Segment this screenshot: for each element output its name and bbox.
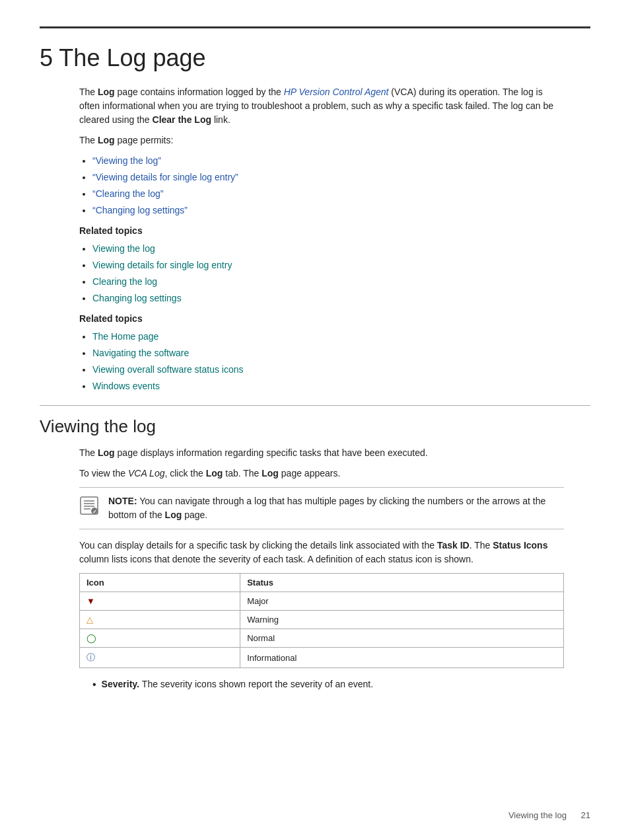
sp2-mid2: tab. The — [223, 468, 262, 478]
permits-list: “Viewing the log” “Viewing details for s… — [92, 154, 564, 217]
related-2-link-3[interactable]: Viewing overall software status icons — [92, 364, 244, 375]
related-2-item-4: Windows events — [92, 379, 564, 393]
table-row: △ Warning — [80, 611, 564, 629]
section-para1: The Log page displays information regard… — [79, 446, 564, 460]
table-row: ◯ Normal — [80, 629, 564, 648]
related-topics-2-list: The Home page Navigating the software Vi… — [92, 330, 564, 393]
intro-block: The Log page contains information logged… — [79, 85, 564, 393]
icon-cell-normal: ◯ — [80, 629, 240, 648]
dp-bold2: Status Icons — [493, 540, 547, 551]
severity-text: The severity icons shown report the seve… — [142, 679, 373, 689]
permits-bold: Log — [98, 135, 115, 145]
dp-before: You can display details for a specific t… — [79, 540, 437, 551]
intro-paragraph: The Log page contains information logged… — [79, 85, 564, 127]
related-1-item-1: Viewing the log — [92, 242, 564, 256]
details-paragraph: You can display details for a specific t… — [79, 539, 564, 566]
permits-link-3[interactable]: “Clearing the log” — [92, 188, 163, 199]
footer-left: Viewing the log 21 — [508, 810, 590, 820]
section-content: The Log page displays information regard… — [79, 446, 564, 691]
status-cell-normal: Normal — [240, 629, 564, 648]
status-table: Icon Status ▼ Major △ Warning — [79, 573, 564, 668]
icon-cell-warning: △ — [80, 611, 240, 629]
section-divider — [40, 405, 590, 406]
table-row: ▼ Major — [80, 592, 564, 611]
table-header-row: Icon Status — [80, 574, 564, 592]
sp2-italic: VCA Log — [128, 468, 165, 478]
related-2-link-4[interactable]: Windows events — [92, 381, 160, 391]
sp1-bold: Log — [98, 447, 115, 458]
permits-item-4: “Changing log settings” — [92, 204, 564, 217]
info-icon: ⓘ — [87, 652, 95, 662]
icon-cell-major: ▼ — [80, 592, 240, 611]
hp-vca-link[interactable]: HP Version Control Agent — [284, 87, 389, 97]
permits-link-2[interactable]: “Viewing details for single log entry” — [92, 172, 238, 182]
col-header-icon: Icon — [80, 574, 240, 592]
page-wrapper: 5 The Log page The Log page contains inf… — [0, 0, 630, 840]
permits-item-2: “Viewing details for single log entry” — [92, 171, 564, 184]
svg-text:✓: ✓ — [92, 509, 97, 515]
status-cell-info: Informational — [240, 648, 564, 668]
note-body-after: page. — [182, 510, 207, 520]
intro-end-text: link. — [211, 114, 230, 125]
permits-text-before: The — [79, 135, 98, 145]
dp-after: column lists icons that denote the sever… — [79, 554, 473, 564]
note-label: NOTE: — [108, 496, 137, 506]
related-2-link-2[interactable]: Navigating the software — [92, 348, 189, 358]
table-row: ⓘ Informational — [80, 648, 564, 668]
sp2-bold2: Log — [262, 468, 279, 478]
related-2-link-1[interactable]: The Home page — [92, 331, 158, 342]
sp2-bold1: Log — [206, 468, 223, 478]
col-header-status: Status — [240, 574, 564, 592]
status-cell-warning: Warning — [240, 611, 564, 629]
warning-icon: △ — [87, 615, 93, 625]
permits-line: The Log page permits: — [79, 134, 564, 147]
intro-text-before: The — [79, 87, 98, 97]
sp2-mid: , click the — [164, 468, 205, 478]
severity-bullet: Severity. The severity icons shown repor… — [92, 679, 564, 691]
related-1-item-3: Clearing the log — [92, 275, 564, 289]
status-cell-major: Major — [240, 592, 564, 611]
sp1-after: page displays information regarding spec… — [115, 447, 428, 458]
related-topics-2-heading: Related topics — [79, 312, 564, 326]
top-border — [40, 26, 590, 28]
related-1-link-2[interactable]: Viewing details for single log entry — [92, 260, 232, 270]
dp-bold1: Task ID — [437, 540, 470, 551]
note-icon: ✓ — [79, 496, 99, 520]
related-1-link-1[interactable]: Viewing the log — [92, 243, 155, 254]
related-topics-1-list: Viewing the log Viewing details for sing… — [92, 242, 564, 305]
chapter-title: 5 The Log page — [40, 44, 590, 72]
page-footer: Viewing the log 21 — [0, 810, 630, 820]
dp-mid: . The — [470, 540, 493, 551]
note-text: NOTE: You can navigate through a log tha… — [108, 494, 564, 522]
normal-icon: ◯ — [87, 633, 96, 643]
icon-cell-info: ⓘ — [80, 648, 240, 668]
sp1-before: The — [79, 447, 98, 458]
related-2-item-1: The Home page — [92, 330, 564, 344]
related-1-link-4[interactable]: Changing log settings — [92, 293, 182, 303]
severity-label: Severity. — [102, 679, 139, 689]
related-1-item-4: Changing log settings — [92, 291, 564, 305]
major-icon: ▼ — [87, 596, 95, 606]
permits-link-4[interactable]: “Changing log settings” — [92, 205, 188, 215]
section-title: Viewing the log — [40, 416, 590, 437]
sp2-before: To view the — [79, 468, 128, 478]
permits-item-3: “Clearing the log” — [92, 187, 564, 201]
note-body-bold: Log — [165, 510, 182, 520]
related-1-link-3[interactable]: Clearing the log — [92, 276, 157, 287]
note-box: ✓ NOTE: You can navigate through a log t… — [79, 487, 564, 529]
permits-link-1[interactable]: “Viewing the log” — [92, 155, 161, 166]
related-2-item-2: Navigating the software — [92, 346, 564, 360]
related-2-item-3: Viewing overall software status icons — [92, 363, 564, 377]
intro-bold1: Log — [98, 87, 115, 97]
permits-text-after: page permits: — [115, 135, 174, 145]
intro-text-mid: page contains information logged by the — [115, 87, 284, 97]
clear-log-bold: Clear the Log — [153, 114, 211, 125]
section-para2: To view the VCA Log, click the Log tab. … — [79, 467, 564, 480]
related-topics-1-heading: Related topics — [79, 224, 564, 238]
permits-item-1: “Viewing the log” — [92, 154, 564, 168]
sp2-end: page appears. — [279, 468, 340, 478]
related-1-item-2: Viewing details for single log entry — [92, 258, 564, 272]
